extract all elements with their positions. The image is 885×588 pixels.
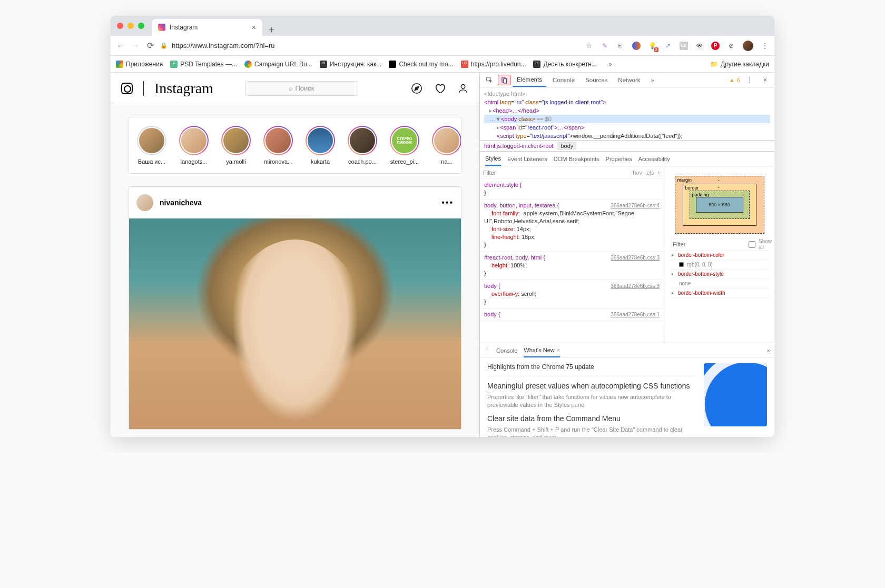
tab-title: Instagram	[170, 24, 198, 31]
drawer-menu-icon[interactable]: ⋮	[484, 347, 490, 354]
new-tab-button[interactable]: +	[262, 25, 281, 36]
add-rule-icon[interactable]: +	[657, 170, 661, 176]
css-rule[interactable]: 366aad278e6b.css:1 body {	[480, 308, 664, 321]
tab-accessibility[interactable]: Accessibility	[638, 153, 670, 165]
story-item[interactable]: na...	[429, 126, 461, 165]
post-more-icon[interactable]: •••	[441, 198, 454, 207]
styles-pane[interactable]: :hov .cls + element.style { } 366aad278e…	[480, 166, 664, 343]
css-rule[interactable]: 366aad278e6b.css:3 body { overflow-y: sc…	[480, 280, 664, 308]
css-rule[interactable]: element.style { }	[480, 179, 664, 200]
menu-icon[interactable]: ⋮	[761, 42, 769, 50]
dom-tree[interactable]: <!doctype html> <html lang="ru" class="j…	[480, 87, 774, 140]
ext-noscript-icon[interactable]: ⊘	[727, 42, 735, 50]
computed-filter-input[interactable]	[673, 241, 745, 247]
ext-arrow-icon[interactable]: ↗	[664, 42, 672, 50]
stories-tray[interactable]: Ваша ис... lanagots... ya.molli mironova…	[129, 117, 461, 174]
styles-body: :hov .cls + element.style { } 366aad278e…	[480, 166, 774, 343]
search-placeholder: Поиск	[295, 84, 314, 92]
svg-point-2	[461, 84, 465, 88]
styles-tabs: Styles Event Listeners DOM Breakpoints P…	[480, 152, 774, 166]
hov-toggle[interactable]: :hov	[631, 170, 642, 176]
devtools-close-icon[interactable]: ×	[759, 76, 771, 84]
crumb-html[interactable]: html.js.logged-in.client-root	[484, 143, 553, 149]
minimize-window-icon[interactable]	[127, 23, 134, 29]
crumb-body[interactable]: body	[557, 142, 576, 150]
post-username[interactable]: nivanicheva	[160, 198, 202, 207]
story-item[interactable]: Ваша ис...	[134, 126, 169, 165]
tab-styles[interactable]: Styles	[485, 152, 501, 166]
search-input[interactable]: ⌕ Поиск	[245, 81, 358, 96]
tab-network[interactable]: Network	[614, 74, 644, 86]
story-item[interactable]: СТЕРЕОПИКНИКstereo_pi...	[387, 126, 422, 165]
story-item[interactable]: coach.po...	[345, 126, 380, 165]
tab-properties[interactable]: Properties	[606, 153, 632, 165]
bookmark-item[interactable]: FPSD Templates —...	[170, 61, 237, 68]
feed-post: nivanicheva •••	[129, 186, 461, 430]
ext-eye-icon[interactable]: 👁	[695, 42, 704, 50]
drawer-tab-console[interactable]: Console	[496, 344, 517, 357]
drawer-close-icon[interactable]: ×	[767, 347, 770, 354]
device-toggle-icon[interactable]	[498, 75, 510, 85]
story-item[interactable]: mironova...	[261, 126, 296, 165]
ext-pinterest-icon[interactable]: P	[711, 42, 720, 50]
bookmark-icon: Ж	[320, 61, 327, 68]
bookmark-apps[interactable]: Приложения	[116, 61, 163, 68]
story-item[interactable]: ya.molli	[219, 126, 253, 165]
bookmark-item[interactable]: ЖИнструкция: как...	[320, 61, 382, 68]
bookmark-icon: Ж	[533, 61, 540, 68]
ext-pen-icon[interactable]: ✎	[601, 42, 609, 50]
show-all-checkbox[interactable]	[749, 241, 755, 248]
css-rule[interactable]: 366aad278e6b.css:3 #react-root, body, ht…	[480, 252, 664, 280]
css-rule[interactable]: 366aad278e6b.css:4 body, button, input, …	[480, 200, 664, 252]
tab-sources[interactable]: Sources	[581, 74, 612, 86]
bookmarks-overflow-icon[interactable]: »	[608, 61, 612, 68]
ext-similarweb-icon[interactable]	[632, 42, 641, 50]
close-window-icon[interactable]	[117, 23, 123, 29]
tab-dom-breakpoints[interactable]: DOM Breakpoints	[554, 153, 599, 165]
box-model[interactable]: margin- border- padding- 690 × 680	[675, 176, 764, 234]
tab-elements[interactable]: Elements	[513, 73, 546, 87]
profile-icon[interactable]	[457, 83, 469, 94]
post-image[interactable]	[129, 218, 461, 429]
styles-filter-input[interactable]	[483, 170, 628, 176]
reload-icon[interactable]: ⟳	[145, 41, 155, 51]
cls-toggle[interactable]: .cls	[645, 170, 654, 176]
computed-row[interactable]: border-bottom-style	[670, 270, 769, 279]
devtools-menu-icon[interactable]: ⋮	[742, 76, 757, 84]
instagram-camera-icon[interactable]	[121, 83, 133, 94]
bookmark-item[interactable]: Campaign URL Bu...	[244, 61, 312, 68]
tab-console[interactable]: Console	[548, 74, 579, 86]
url-field[interactable]: 🔒 https://www.instagram.com/?hl=ru	[160, 42, 579, 49]
computed-row[interactable]: border-bottom-color	[670, 251, 769, 260]
inspect-icon[interactable]	[483, 75, 496, 85]
tab-bar: Instagram × +	[111, 16, 774, 36]
star-icon[interactable]: ☆	[585, 42, 593, 50]
close-tab-icon[interactable]: ×	[557, 347, 560, 353]
maximize-window-icon[interactable]	[138, 23, 144, 29]
bookmark-item[interactable]: Check out my mo...	[389, 61, 453, 68]
computed-row[interactable]: border-bottom-width	[670, 288, 769, 298]
back-icon[interactable]: ←	[116, 41, 125, 51]
ext-ld-icon[interactable]: LD	[680, 42, 688, 50]
profile-avatar-icon[interactable]	[743, 41, 753, 51]
tab-event-listeners[interactable]: Event Listeners	[507, 153, 547, 165]
tabs-overflow-icon[interactable]: »	[647, 74, 658, 86]
drawer-tab-whatsnew[interactable]: What's New×	[524, 344, 560, 357]
story-item[interactable]: kukarta	[303, 126, 338, 165]
heart-icon[interactable]	[434, 83, 446, 94]
extensions-row: ☆ ✎ ⛨ 💡2 ↗ LD 👁 P ⊘ ⋮	[585, 41, 769, 51]
close-tab-icon[interactable]: ×	[252, 23, 256, 32]
explore-icon[interactable]	[411, 83, 422, 94]
other-bookmarks[interactable]: 📁Другие закладки	[710, 61, 769, 68]
story-item[interactable]: lanagots...	[176, 126, 211, 165]
post-avatar-icon[interactable]	[136, 194, 153, 211]
post-header: nivanicheva •••	[129, 187, 461, 218]
bookmark-item[interactable]: LDhttps://pro.livedun...	[461, 61, 526, 68]
ext-bulb-icon[interactable]: 💡2	[648, 42, 656, 50]
bookmark-item[interactable]: ЖДесять конкретн...	[533, 61, 596, 68]
browser-tab[interactable]: Instagram ×	[152, 19, 262, 36]
ext-shield-icon[interactable]: ⛨	[616, 42, 625, 50]
instagram-logo[interactable]: Instagram	[154, 80, 213, 97]
forward-icon[interactable]: →	[131, 41, 140, 51]
warnings-badge[interactable]: ▲ 6	[729, 77, 740, 83]
